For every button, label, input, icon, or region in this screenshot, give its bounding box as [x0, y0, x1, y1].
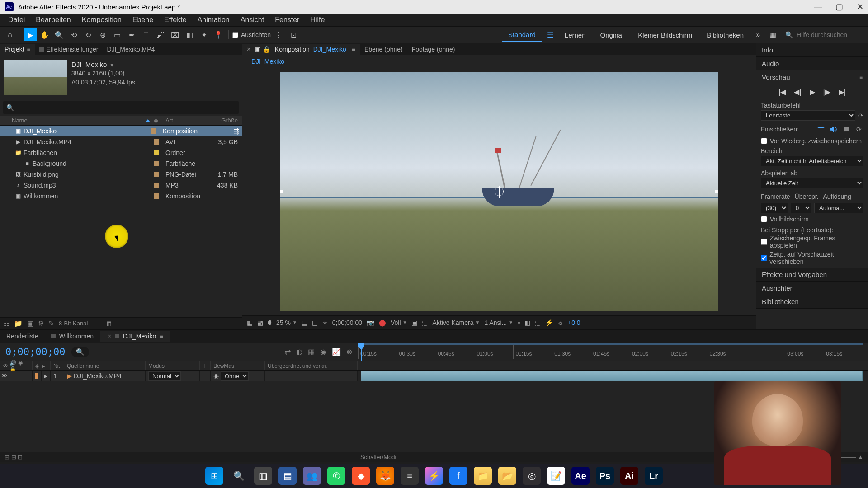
roto-tool-icon[interactable]: ✦: [198, 28, 210, 41]
label-swatch[interactable]: [154, 172, 159, 177]
playhead[interactable]: [361, 343, 362, 361]
bit-depth-button[interactable]: 8-Bit-Kanal: [59, 320, 88, 327]
view-icon1[interactable]: ▫: [518, 319, 520, 326]
skip-select[interactable]: 0: [791, 203, 811, 213]
last-frame-icon[interactable]: ▶|: [839, 88, 846, 96]
project-item[interactable]: ▣DJI_MexikoKomposition⇶: [0, 126, 242, 136]
views-dropdown[interactable]: 1 Ansi...▼: [484, 319, 513, 326]
framerate-select[interactable]: (30): [761, 203, 788, 213]
shape-tool-icon[interactable]: ▭: [111, 28, 123, 41]
menu-fenster[interactable]: Fenster: [269, 14, 305, 26]
tl-icon-tree[interactable]: ⇄: [285, 347, 291, 356]
taskbar-teams-icon[interactable]: 👥: [303, 467, 321, 485]
maximize-button[interactable]: ▢: [835, 2, 843, 12]
taskbar-lightroom-icon[interactable]: Lr: [645, 467, 663, 485]
label-swatch[interactable]: [154, 161, 159, 166]
label-swatch[interactable]: [154, 193, 159, 199]
project-item[interactable]: ■BackgroundFarbfläche: [0, 158, 242, 169]
menu-animation[interactable]: Animation: [192, 14, 235, 26]
composition-viewer[interactable]: [280, 72, 718, 311]
range-select[interactable]: Akt. Zeit nicht in Arbeitsbereich: [761, 156, 863, 166]
close-icon[interactable]: ×: [108, 333, 111, 339]
taskbar-taskview-icon[interactable]: ▥: [254, 467, 272, 485]
include-overlays-icon[interactable]: ▦: [842, 125, 851, 133]
zoom-tool-icon[interactable]: 🔍: [53, 28, 66, 41]
taskbar-brave-icon[interactable]: ◆: [352, 467, 370, 485]
new-folder-icon[interactable]: 📁: [14, 319, 23, 328]
timecode-display[interactable]: 0;00;00;00: [332, 319, 362, 326]
tab-renderliste[interactable]: Renderliste: [0, 331, 45, 342]
menu-bearbeiten[interactable]: Bearbeiten: [30, 14, 76, 26]
taskbar-messenger-icon[interactable]: ⚡: [425, 467, 443, 485]
reset-icon[interactable]: ⟳: [858, 112, 863, 119]
taskbar-windows-icon[interactable]: ⊞: [205, 467, 223, 485]
project-item[interactable]: ♪Sound.mp3MP3438 KB: [0, 180, 242, 191]
playfrom-select[interactable]: Aktuelle Zeit: [761, 178, 863, 188]
selection-handle[interactable]: [280, 190, 283, 193]
label-swatch[interactable]: [154, 183, 159, 188]
snap-opts2-icon[interactable]: ⊡: [287, 28, 300, 41]
taskbar-photoshop-icon[interactable]: Ps: [596, 467, 614, 485]
workspace-biblio[interactable]: Bibliotheken: [700, 28, 750, 42]
fullscreen-checkbox[interactable]: Vollbildschirm: [761, 215, 863, 224]
orbit-tool-icon[interactable]: ⟲: [67, 28, 80, 41]
cached-frames-checkbox[interactable]: Zwischengesp. Frames abspielen: [761, 234, 863, 250]
taskbar-explorer-icon[interactable]: 📁: [474, 467, 492, 485]
tab-dji-mexiko[interactable]: ×DJI_Mexiko≡: [100, 331, 170, 342]
panel-effects-presets[interactable]: Effekte und Vorgaben: [756, 268, 868, 282]
project-item[interactable]: ▣WillkommenKomposition: [0, 191, 242, 202]
label-swatch[interactable]: [35, 373, 38, 379]
snapshot-icon[interactable]: 📷: [367, 319, 374, 326]
menu-ebene[interactable]: Ebene: [127, 14, 159, 26]
mask-icon[interactable]: ⬮: [268, 319, 272, 326]
taskbar-aftereffects-icon[interactable]: Ae: [571, 467, 590, 485]
view-opts-icon[interactable]: ▣: [411, 319, 417, 326]
trackmatte-icon[interactable]: ◉: [213, 372, 219, 380]
workspace-lernen[interactable]: Lernen: [558, 28, 592, 42]
taskbar-notepad-icon[interactable]: 📝: [547, 467, 565, 485]
project-item[interactable]: 🖼Kursbild.pngPNG-Datei1,7 MB: [0, 169, 242, 180]
project-search-input[interactable]: 🔍: [3, 101, 239, 114]
tl-icon-shy[interactable]: ◐: [296, 347, 302, 356]
pen-tool-icon[interactable]: ✒: [125, 28, 138, 41]
taskbar-search-icon[interactable]: 🔍: [230, 467, 248, 485]
project-item[interactable]: 📁FarbflächenOrdner: [0, 147, 242, 158]
view-icon3[interactable]: ⬚: [535, 319, 541, 326]
fast-preview-icon[interactable]: ⚡: [545, 319, 553, 326]
minimize-button[interactable]: —: [814, 2, 822, 12]
panel-info[interactable]: Info: [756, 43, 868, 57]
channels-icon[interactable]: ⬤: [379, 319, 386, 326]
roi-icon[interactable]: ◫: [312, 319, 318, 326]
help-search-input[interactable]: [797, 31, 864, 38]
anchor-point-icon[interactable]: [495, 187, 504, 196]
clone-tool-icon[interactable]: ⌧: [169, 28, 181, 41]
res-icon[interactable]: ▤: [302, 319, 307, 326]
tab-willkommen[interactable]: Willkommen: [45, 331, 100, 342]
selection-handle[interactable]: [715, 190, 718, 193]
timeline-search-input[interactable]: 🔍: [71, 347, 89, 357]
taskbar-folder2-icon[interactable]: 📂: [498, 467, 516, 485]
workspace-standard[interactable]: Standard: [502, 28, 542, 42]
new-comp-icon[interactable]: ▣: [27, 319, 33, 328]
next-frame-icon[interactable]: |▶: [823, 88, 830, 96]
home-icon[interactable]: ⌂: [4, 28, 16, 41]
exposure-value[interactable]: +0,0: [568, 319, 580, 326]
taskbar-obs-icon[interactable]: ◎: [523, 467, 541, 485]
move-time-checkbox[interactable]: Zeitp. auf Vorschauzeit verschieben: [761, 250, 863, 266]
tab-footage[interactable]: Footage (ohne): [407, 44, 460, 55]
trash-icon[interactable]: 🗑: [106, 319, 113, 327]
panel-vorschau[interactable]: Vorschau≡: [756, 70, 868, 84]
rotate-tool-icon[interactable]: ↻: [82, 28, 94, 41]
tab-komposition[interactable]: × ▣ 🔒 Komposition DJI_Mexiko ≡: [242, 44, 360, 55]
workspace-reset-icon[interactable]: ▦: [766, 28, 779, 41]
interpret-footage-icon[interactable]: ⚏: [4, 319, 9, 328]
first-frame-icon[interactable]: |◀: [778, 88, 786, 96]
prev-frame-icon[interactable]: ◀|: [794, 88, 801, 96]
project-table-header[interactable]: Name ◈ Art Größe: [0, 116, 242, 126]
panel-bibliotheken[interactable]: Bibliotheken: [756, 295, 868, 309]
transparency-icon[interactable]: ▩: [257, 319, 263, 326]
menu-komposition[interactable]: Komposition: [76, 14, 127, 26]
close-icon[interactable]: ×: [247, 46, 250, 53]
cache-checkbox[interactable]: Vor Wiederg. zwischenspeichern: [761, 136, 863, 145]
menu-effekte[interactable]: Effekte: [159, 14, 192, 26]
